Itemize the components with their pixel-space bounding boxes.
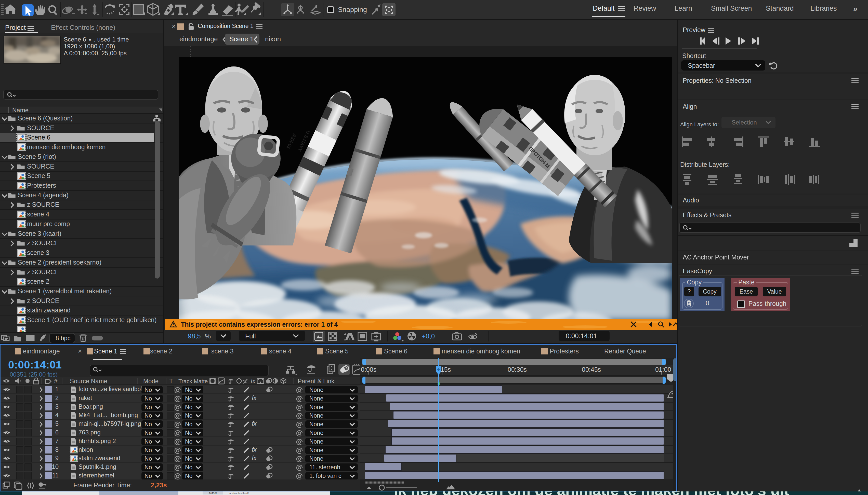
svg-text:Mode: Mode bbox=[143, 378, 159, 385]
svg-text:T: T bbox=[169, 378, 173, 385]
svg-text:»: » bbox=[853, 4, 857, 13]
svg-text:This project contains expressi: This project contains expression errors:… bbox=[181, 321, 338, 328]
svg-text:Learn: Learn bbox=[675, 4, 692, 12]
svg-text:Small Screen: Small Screen bbox=[711, 4, 752, 12]
svg-text:Default: Default bbox=[593, 4, 615, 12]
svg-text:Snapping: Snapping bbox=[338, 6, 367, 14]
svg-text:fx: fx bbox=[251, 378, 256, 385]
svg-text:+0,0: +0,0 bbox=[422, 332, 435, 340]
svg-text:Parent & Link: Parent & Link bbox=[298, 378, 334, 385]
svg-text:Source Name: Source Name bbox=[70, 378, 107, 385]
svg-text:Standard: Standard bbox=[766, 4, 794, 12]
svg-text:Libraries: Libraries bbox=[810, 4, 837, 12]
svg-text:#: # bbox=[54, 378, 58, 385]
svg-text:Review: Review bbox=[634, 4, 656, 12]
svg-text:8 bpc: 8 bpc bbox=[55, 335, 70, 341]
svg-text:Track Matte: Track Matte bbox=[178, 378, 208, 385]
